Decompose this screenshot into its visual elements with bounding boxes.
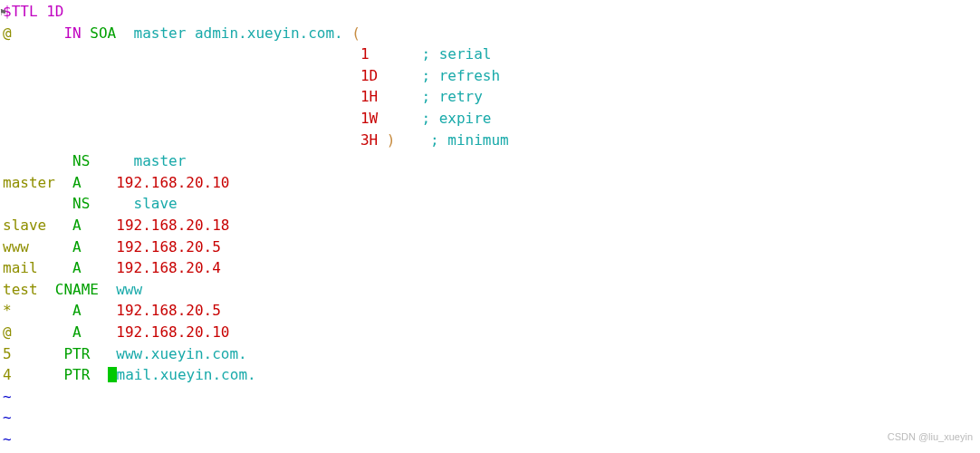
rr-name-at: @ <box>3 323 12 341</box>
soa-retry: 1H <box>360 88 378 105</box>
text-cursor <box>108 367 117 383</box>
soa-minimum: 3H <box>360 131 378 149</box>
rr-type-ns: NS <box>72 195 90 212</box>
rr-name: mail <box>3 259 38 276</box>
paren-close: ) <box>387 131 396 149</box>
soa-serial-comment: ; serial <box>421 45 491 63</box>
rr-name: 4 <box>3 366 12 383</box>
ttl-directive: $TTL <box>3 3 38 20</box>
rr-soa: SOA <box>90 24 116 42</box>
origin-at: @ <box>3 24 12 42</box>
rr-name: 5 <box>3 345 12 362</box>
paren-open: ( <box>351 24 360 42</box>
watermark-text: CSDN @liu_xueyin <box>888 427 973 448</box>
rr-name: master <box>3 174 55 191</box>
soa-retry-comment: ; retry <box>421 88 482 105</box>
rr-data: slave <box>134 195 178 212</box>
ttl-value: 1D <box>46 3 63 20</box>
rr-data: 192.168.20.10 <box>116 323 229 341</box>
class-in: IN <box>63 24 81 42</box>
rr-type-a: A <box>72 238 82 255</box>
flag-icon: ⚑ <box>0 2 6 24</box>
zone-file-editor[interactable]: ⚑$TTL 1D @ IN SOA master admin.xueyin.co… <box>0 0 980 449</box>
empty-line-tilde: ~ <box>3 430 12 448</box>
rr-type-a: A <box>72 174 82 191</box>
rr-data: master <box>134 152 187 169</box>
rr-data: www.xueyin.com. <box>116 345 247 362</box>
rr-type-ns: NS <box>72 152 90 169</box>
rr-type-a: A <box>72 259 82 276</box>
soa-refresh-comment: ; refresh <box>421 67 500 84</box>
soa-minimum-comment: ; minimum <box>430 131 509 149</box>
rr-data: 192.168.20.5 <box>116 238 221 255</box>
soa-expire-comment: ; expire <box>421 110 491 127</box>
rr-data: 192.168.20.18 <box>116 217 229 234</box>
rr-name: www <box>3 238 29 255</box>
rr-type-a: A <box>72 302 82 319</box>
rr-name-wildcard: * <box>3 302 12 319</box>
soa-expire: 1W <box>360 110 378 127</box>
rr-name: test <box>3 281 38 298</box>
rr-type-cname: CNAME <box>55 281 99 298</box>
soa-rname: admin.xueyin.com. <box>195 24 343 42</box>
soa-serial: 1 <box>360 45 370 63</box>
soa-refresh: 1D <box>360 67 378 84</box>
rr-data: 192.168.20.5 <box>116 302 221 319</box>
rr-type-ptr: PTR <box>63 345 90 362</box>
rr-type-a: A <box>72 323 82 341</box>
empty-line-tilde: ~ <box>3 388 12 405</box>
empty-line-tilde: ~ <box>3 409 12 426</box>
rr-data: www <box>116 281 142 298</box>
rr-data: 192.168.20.4 <box>116 259 221 276</box>
soa-mname: master <box>134 24 187 42</box>
rr-type-a: A <box>72 217 82 234</box>
rr-data: 192.168.20.10 <box>116 174 229 191</box>
rr-name: slave <box>3 217 46 234</box>
rr-type-ptr: PTR <box>63 366 90 383</box>
rr-data: mail.xueyin.com. <box>117 366 256 383</box>
